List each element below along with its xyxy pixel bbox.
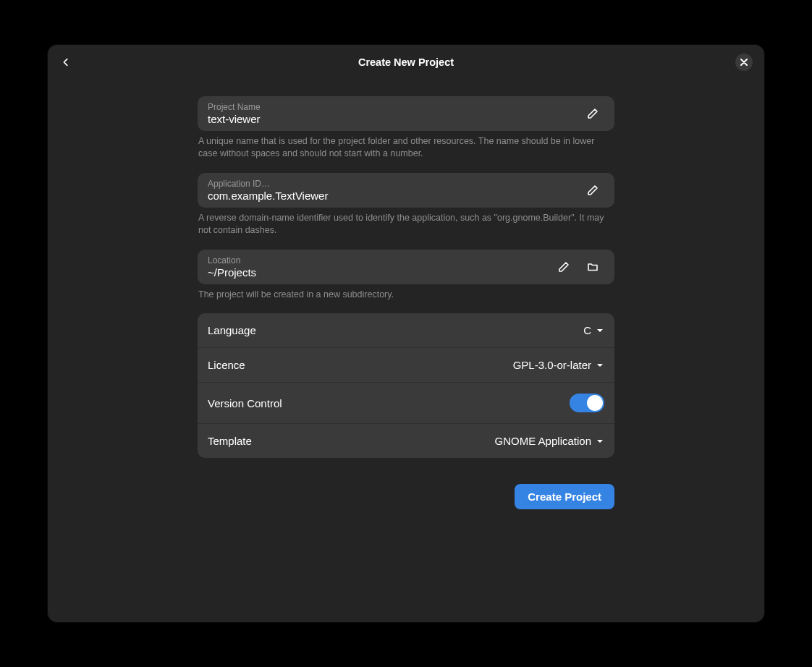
location-edit-button[interactable] [552, 255, 575, 279]
location-label: Location [208, 255, 546, 265]
location-help: The project will be created in a new sub… [198, 289, 614, 301]
application-id-label: Application ID… [208, 179, 575, 189]
location-browse-button[interactable] [581, 255, 604, 279]
language-row[interactable]: Language C [198, 313, 614, 348]
project-name-edit-button[interactable] [581, 102, 604, 125]
create-project-button[interactable]: Create Project [515, 484, 614, 509]
titlebar: Create New Project [48, 45, 764, 79]
close-button[interactable] [735, 54, 753, 71]
chevron-down-icon [596, 437, 604, 446]
licence-label: Licence [208, 359, 245, 371]
project-name-field[interactable]: Project Name [198, 96, 614, 131]
back-button[interactable] [54, 50, 78, 75]
project-name-help: A unique name that is used for the proje… [198, 135, 614, 160]
pencil-icon [558, 261, 570, 273]
application-id-help: A reverse domain-name identifier used to… [198, 212, 614, 237]
application-id-edit-button[interactable] [581, 179, 604, 202]
chevron-down-icon [596, 361, 604, 370]
options-list: Language C Licence GPL-3.0-or-later [198, 313, 614, 458]
version-control-row[interactable]: Version Control [198, 383, 614, 424]
toggle-knob [587, 395, 603, 411]
chevron-left-icon [61, 57, 71, 67]
location-field[interactable]: Location [198, 250, 614, 284]
location-input[interactable] [208, 266, 546, 279]
actions: Create Project [198, 484, 614, 509]
chevron-down-icon [596, 326, 604, 335]
close-icon [740, 59, 748, 66]
language-value: C [583, 324, 591, 336]
licence-value: GPL-3.0-or-later [513, 359, 591, 371]
form: Project Name A unique name that is used … [198, 96, 614, 509]
version-control-toggle[interactable] [570, 394, 604, 412]
language-label: Language [208, 324, 256, 336]
application-id-input[interactable] [208, 190, 575, 202]
create-project-window: Create New Project Project Name A u [47, 44, 765, 623]
project-name-label: Project Name [208, 102, 575, 112]
template-label: Template [208, 435, 252, 447]
application-id-field[interactable]: Application ID… [198, 173, 614, 208]
folder-icon [587, 261, 599, 273]
template-value: GNOME Application [495, 435, 591, 447]
pencil-icon [587, 108, 599, 119]
project-name-input[interactable] [208, 113, 575, 125]
content: Project Name A unique name that is used … [48, 79, 764, 622]
version-control-label: Version Control [208, 397, 282, 409]
template-row[interactable]: Template GNOME Application [198, 424, 614, 458]
licence-row[interactable]: Licence GPL-3.0-or-later [198, 348, 614, 383]
window-title: Create New Project [48, 56, 764, 68]
pencil-icon [587, 184, 599, 196]
